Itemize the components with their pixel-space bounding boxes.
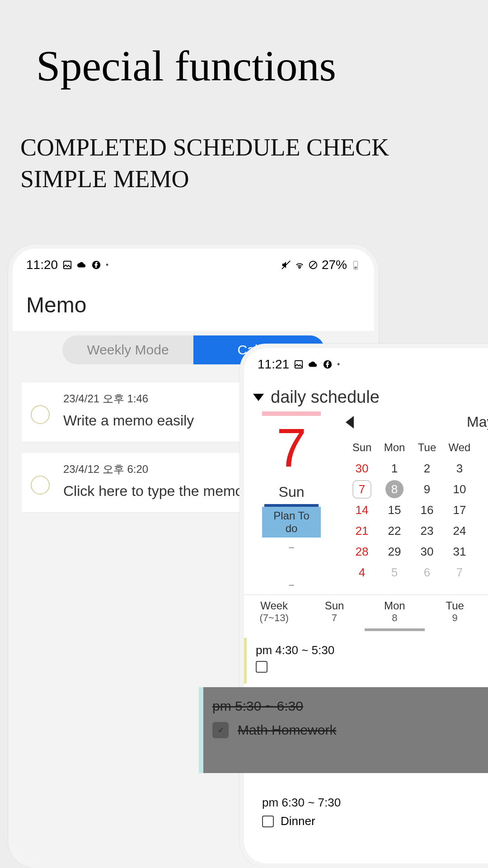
dot-icon: • [106,260,108,270]
wifi-icon [295,260,305,270]
prev-month-icon[interactable] [346,416,354,429]
screen-title-row[interactable]: daily schedule [244,376,488,411]
dow-label: Wed [443,437,476,458]
schedule-time: pm 6:30 ~ 7:30 [262,796,488,810]
calendar-day[interactable]: 15 [378,500,411,520]
facebook-icon [91,260,101,270]
dow-label: Sun [346,437,378,458]
checkbox-empty[interactable] [262,816,274,827]
calendar-day[interactable]: 17 [443,500,476,520]
svg-rect-0 [64,261,71,269]
schedule-item-completed[interactable]: pm 5:30 ~ 6:30 ✓ Math Homework [199,687,488,773]
battery-percent: 27% [322,258,347,272]
dash: – [251,580,332,590]
selected-day-number: 7 [251,420,332,475]
week-tab[interactable]: Sun7 [304,595,364,631]
week-tab[interactable]: Tue9 [425,595,485,631]
svg-rect-7 [295,361,303,368]
status-bar: 11:21 • [244,348,488,376]
page-subhead: COMPLETED SCHEDULE CHECK SIMPLE MEMO [20,132,488,195]
checkbox-empty[interactable] [256,661,267,673]
memo-radio[interactable] [31,476,50,495]
svg-line-4 [310,262,316,268]
screen-title: Memo [13,277,374,331]
calendar-grid[interactable]: 30 1 2 3 7 8 9 10 14 15 16 17 [346,458,488,583]
do-not-disturb-icon [308,260,318,270]
page-headline: Special functions [36,41,488,91]
image-icon [62,260,72,270]
status-time: 11:21 [258,357,289,372]
schedule-time: pm 4:30 ~ 5:30 [256,643,488,657]
dow-label: Mon [378,437,411,458]
calendar-day[interactable]: 28 [346,541,378,562]
selected-day-dow: Sun [251,484,332,500]
chevron-down-icon [253,394,264,401]
image-icon [294,359,304,369]
calendar-panel: May 202 Sun Mon Tue Wed 30 1 2 3 7 [332,411,488,590]
dot-icon: • [337,360,340,369]
cloud-icon [308,359,318,369]
schedule-text: Dinner [281,814,315,828]
calendar-day[interactable]: 21 [346,520,378,541]
calendar-day[interactable]: 10 [443,479,476,500]
cloud-icon [77,260,87,270]
calendar-day[interactable]: 29 [378,541,411,562]
calendar-day[interactable]: 1 [378,458,411,479]
schedule-time: pm 5:30 ~ 6:30 [212,698,488,714]
plan-todo-label[interactable]: Plan To do [262,507,321,538]
calendar-day[interactable]: 9 [411,479,443,500]
mute-icon [281,260,291,270]
calendar-day[interactable]: 14 [346,500,378,520]
calendar-day[interactable]: 23 [411,520,443,541]
calendar-day[interactable]: 16 [411,500,443,520]
calendar-day[interactable]: 31 [443,541,476,562]
battery-icon [351,260,361,270]
memo-radio[interactable] [31,405,50,424]
calendar-day-today[interactable]: 8 [378,479,411,500]
dow-label: Tue [411,437,443,458]
status-bar: 11:20 • 27% [13,249,374,277]
svg-rect-6 [354,267,357,269]
week-tab[interactable]: Wed10 [485,595,488,631]
accent-bar [262,411,321,416]
week-tabs[interactable]: Week(7~13) Sun7 Mon8 Tue9 Wed10 Th1 [244,594,488,631]
status-time: 11:20 [26,258,58,272]
subhead-line1: COMPLETED SCHEDULE CHECK [20,134,389,161]
screen-title: daily schedule [271,387,380,407]
calendar-day[interactable]: 6 [411,562,443,583]
calendar-day[interactable]: 30 [411,541,443,562]
calendar-day[interactable]: 3 [443,458,476,479]
dash: – [251,542,332,552]
calendar-day[interactable]: 5 [378,562,411,583]
week-tab-active[interactable]: Mon8 [365,595,425,631]
schedule-text: Math Homework [238,722,336,738]
calendar-day[interactable]: 7 [443,562,476,583]
schedule-item[interactable]: pm 6:30 ~ 7:30 Dinner [253,789,488,835]
checkbox-checked-icon[interactable]: ✓ [212,722,229,738]
subhead-line2: SIMPLE MEMO [20,165,189,193]
calendar-header: Sun Mon Tue Wed [346,437,488,458]
calendar-day[interactable]: 2 [411,458,443,479]
facebook-icon [323,359,333,369]
calendar-day[interactable]: 4 [346,562,378,583]
week-tab[interactable]: Week(7~13) [244,595,304,631]
schedule-list: pm 4:30 ~ 5:30 [244,638,488,684]
schedule-item[interactable]: pm 4:30 ~ 5:30 [244,638,488,684]
weekly-mode-btn[interactable]: Weekly Mode [62,335,193,364]
calendar-day[interactable]: 22 [378,520,411,541]
calendar-day[interactable]: 24 [443,520,476,541]
month-label: May 202 [467,414,488,430]
calendar-day-selected[interactable]: 7 [346,479,378,500]
calendar-day[interactable]: 30 [346,458,378,479]
selected-day-panel: 7 Sun Plan To do – – [251,411,332,590]
